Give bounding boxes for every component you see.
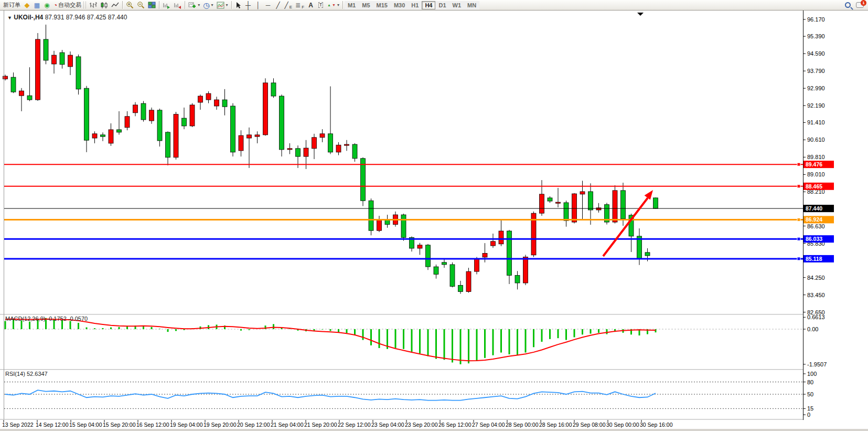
- candle-body: [352, 144, 357, 159]
- order-tag-button[interactable]: ◆: [22, 1, 32, 10]
- price-axis: 96.17095.39094.59093.79092.99092.19091.4…: [803, 10, 868, 420]
- candle-body: [548, 198, 552, 201]
- chart-root: 96.17095.39094.59093.79092.99092.19091.4…: [0, 10, 868, 429]
- timeframe-H1[interactable]: H1: [408, 1, 422, 9]
- candle-body: [101, 135, 105, 136]
- candle-body: [222, 100, 227, 107]
- candle-body: [613, 191, 617, 222]
- candle-body: [320, 134, 325, 138]
- bar-chart-icon: [89, 2, 97, 9]
- candle-body: [336, 145, 341, 152]
- timeframe-M30[interactable]: M30: [391, 1, 408, 9]
- candle-body: [19, 91, 24, 96]
- horizontal-line-tool-button[interactable]: ─: [263, 1, 273, 10]
- candle-body: [653, 198, 658, 208]
- auto-scroll-icon: [163, 2, 170, 9]
- candle-body: [483, 254, 487, 257]
- candle-body: [247, 135, 252, 138]
- vertical-line-tool-button[interactable]: │: [253, 1, 263, 10]
- add-indicator-button[interactable]: ▾: [187, 1, 201, 10]
- time-tick-label: 23 Sep 04:00: [371, 422, 404, 428]
- candle-body: [280, 96, 284, 150]
- auto-scroll-button[interactable]: [161, 1, 172, 10]
- autotrade-button[interactable]: ◔ 自动交易: [52, 1, 83, 10]
- trendline-tool-button[interactable]: ╱: [273, 1, 283, 10]
- line-chart-button[interactable]: [110, 1, 121, 10]
- price-tick-label: 90.610: [807, 136, 825, 143]
- chart-shift-button[interactable]: [172, 1, 183, 10]
- search-icon[interactable]: [845, 2, 851, 8]
- trendline-icon: ╱: [276, 2, 280, 8]
- timeframe-W1[interactable]: W1: [449, 1, 465, 9]
- candle-body: [76, 57, 81, 89]
- timeframe-M5[interactable]: M5: [359, 1, 373, 9]
- candle-body: [149, 110, 154, 121]
- candle-body: [174, 114, 178, 157]
- chart-canvas[interactable]: 96.17095.39094.59093.79092.99092.19091.4…: [0, 0, 868, 431]
- timeframe-H4[interactable]: H4: [422, 1, 435, 9]
- candle-body: [475, 259, 479, 271]
- notification-badge: 1: [861, 0, 866, 6]
- horizontal-line-icon: ─: [266, 2, 271, 8]
- rsi-tick-label: 100: [807, 371, 817, 377]
- bar-chart-button[interactable]: [88, 1, 99, 10]
- candle-body: [206, 93, 211, 100]
- line-chart-icon: [111, 2, 119, 9]
- order-tag-icon: ◆: [25, 2, 30, 8]
- timeframe-M1[interactable]: M1: [345, 1, 359, 9]
- tile-windows-button[interactable]: [146, 1, 157, 10]
- toolbar-right-cluster: 1: [845, 2, 864, 8]
- periods-button[interactable]: ◷ ▾: [201, 1, 215, 10]
- candle-body: [198, 96, 203, 102]
- toolbar-separator: [342, 1, 343, 9]
- candle-body: [182, 118, 187, 126]
- signals-button[interactable]: ◉: [42, 1, 52, 10]
- time-tick-label: 13 Sep 2022: [2, 422, 34, 428]
- timeframe-M15[interactable]: M15: [373, 1, 391, 9]
- market-watch-button[interactable]: ▦: [32, 1, 42, 10]
- candlestick-chart-button[interactable]: [99, 1, 110, 10]
- clock-icon: ◷: [203, 2, 209, 9]
- notifications-icon[interactable]: 1: [856, 2, 864, 8]
- candle-body: [621, 191, 626, 219]
- candle-body: [125, 117, 130, 128]
- candle-body: [450, 265, 455, 287]
- channel-tool-button[interactable]: ╱ E: [283, 1, 294, 10]
- price-tick-label: 86.630: [807, 223, 825, 229]
- crosshair-tool-button[interactable]: ┼: [243, 1, 253, 10]
- crosshair-icon: ┼: [245, 2, 251, 9]
- candle-body: [52, 55, 57, 64]
- candle-body: [166, 132, 170, 157]
- candle-body: [491, 241, 496, 246]
- candle-body: [556, 202, 561, 203]
- timeframe-D1[interactable]: D1: [435, 1, 449, 9]
- time-tick-label: 21 Sep 04:00: [271, 422, 304, 428]
- macd-tick-label: 0.6613: [807, 314, 825, 320]
- templates-button[interactable]: ▾: [215, 1, 230, 10]
- zoom-in-button[interactable]: [124, 1, 135, 10]
- macd-tick-label: 0.00: [807, 326, 818, 332]
- new-order-button[interactable]: 新订单: [2, 1, 22, 10]
- price-label-text: 86.033: [806, 236, 822, 242]
- text-label-tool-button[interactable]: T: [316, 1, 326, 10]
- candle-body: [84, 88, 89, 140]
- price-tick-label: 95.390: [807, 33, 825, 39]
- cursor-tool-button[interactable]: [233, 1, 243, 10]
- fibonacci-tool-button[interactable]: ≣ F: [294, 1, 306, 10]
- zoom-out-button[interactable]: [135, 1, 146, 10]
- monitor-icon: ▦: [34, 2, 40, 8]
- candle-body: [507, 231, 512, 276]
- time-tick-label: 16 Sep 12:00: [136, 422, 169, 428]
- timeframe-MN[interactable]: MN: [464, 1, 479, 9]
- time-tick-label: 26 Sep 12:00: [438, 422, 471, 428]
- toolbar-separator: [159, 1, 159, 9]
- candle-body: [141, 103, 146, 120]
- time-tick-label: 28 Sep 16:00: [539, 422, 572, 428]
- arrows-tool-button[interactable]: ▲ ▼ ▾: [326, 1, 341, 10]
- text-tool-button[interactable]: A: [306, 1, 316, 10]
- timeframe-buttons: M1M5M15M30H1H4D1W1MN: [345, 1, 479, 9]
- toolbar-separator: [185, 1, 185, 9]
- candle-body: [287, 149, 292, 150]
- candle-body: [401, 215, 406, 237]
- candle-body: [68, 55, 73, 67]
